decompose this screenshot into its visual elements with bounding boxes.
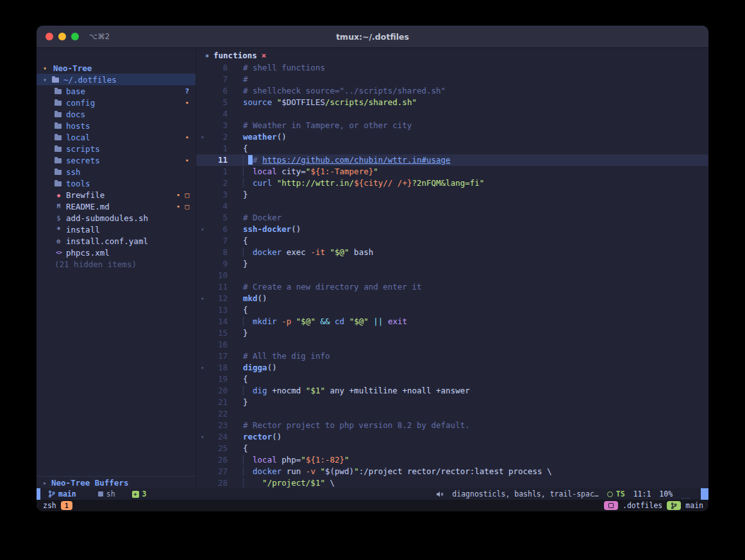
code-line[interactable]: 7{ <box>196 235 708 247</box>
tree-item-readme-md[interactable]: MREADME.md•□ <box>37 201 196 212</box>
line-text: ▏ dig +nocmd "$1" any +multiline +noall … <box>228 385 470 397</box>
filetype-indicator: sh <box>98 490 115 498</box>
tree-item-base[interactable]: base? <box>37 85 196 97</box>
tree-item-label: scripts <box>66 144 100 154</box>
star-icon: * <box>54 226 63 233</box>
code-line[interactable]: 16 <box>196 339 708 350</box>
code-line[interactable]: 1{ <box>196 143 708 154</box>
code-line[interactable]: ▾24rector() <box>196 431 708 443</box>
code-line[interactable]: 7# <box>196 74 708 85</box>
code-line[interactable]: 26▏ local php="${1:-82}" <box>196 454 708 466</box>
fold-icon[interactable]: ▾ <box>196 362 211 374</box>
tree-item-label: docs <box>66 110 85 119</box>
tree-item-dotfiles[interactable]: ▾~/.dotfiles <box>37 74 196 85</box>
file-tree: ▾ Neo-Tree ▾~/.dotfilesbase?config•docsh… <box>37 62 196 476</box>
code-line[interactable]: 3# Weather in Tampere, or other city <box>196 120 708 131</box>
code-line[interactable]: 13{ <box>196 304 708 316</box>
line-number: 3 <box>211 189 228 201</box>
code-line[interactable]: 5# Docker <box>196 212 708 224</box>
tree-item-secrets[interactable]: secrets• <box>37 154 196 166</box>
line-number: 13 <box>211 304 228 316</box>
tree-item-brewfile[interactable]: ◆Brewfile•□ <box>37 189 196 201</box>
line-number: 16 <box>211 339 228 350</box>
close-tab-icon[interactable]: × <box>262 51 267 60</box>
line-text: ▏ docker exec -it "$@" bash <box>228 247 373 258</box>
code-line[interactable]: ▾18digga() <box>196 362 708 374</box>
fold-icon[interactable]: ▾ <box>196 224 211 235</box>
tree-item-scripts[interactable]: scripts <box>37 143 196 154</box>
folder-icon <box>54 89 62 94</box>
close-window-button[interactable] <box>46 33 53 40</box>
code-line[interactable]: 15} <box>196 327 708 339</box>
code-line[interactable]: 8▏ docker exec -it "$@" bash <box>196 247 708 258</box>
treesitter-icon <box>607 491 613 497</box>
main-area: ▾ Neo-Tree ▾~/.dotfilesbase?config•docsh… <box>37 48 708 488</box>
code-line[interactable]: 19{ <box>196 374 708 385</box>
buffers-title: Neo-Tree Buffers <box>51 478 128 488</box>
git-status-badge: □ <box>185 202 189 211</box>
code-line[interactable]: 6# shellcheck source="../scripts/shared.… <box>196 85 708 97</box>
tmux-window-item[interactable]: zsh 1 <box>43 501 72 510</box>
tree-item-install[interactable]: *install <box>37 224 196 235</box>
tree-item-hosts[interactable]: hosts <box>37 120 196 131</box>
tree-item-tools[interactable]: tools <box>37 177 196 189</box>
treesitter-indicator: TS <box>607 490 625 498</box>
line-number: 1 <box>211 143 228 154</box>
line-text: ▏ curl "http://wttr.in/${city// /+}?2nFQ… <box>228 177 484 189</box>
tree-item-21-hidden-items[interactable]: (21 hidden items) <box>37 258 196 270</box>
line-number: 9 <box>211 258 228 270</box>
tree-item-add-submodules-sh[interactable]: $add-submodules.sh <box>37 212 196 224</box>
code-line[interactable]: 28▏ "/project/$1" \ <box>196 477 708 488</box>
line-text: # shell functions <box>228 62 325 74</box>
fold-icon[interactable]: ▾ <box>196 431 211 443</box>
line-number: 23 <box>211 420 228 431</box>
code-line[interactable]: 25{ <box>196 443 708 454</box>
neotree-buffers-section[interactable]: ▸ Neo-Tree Buffers <box>37 476 196 488</box>
code-line[interactable]: ▾12mkd() <box>196 293 708 304</box>
code-line[interactable]: 2▏ curl "http://wttr.in/${city// /+}?2nF… <box>196 177 708 189</box>
zoom-window-button[interactable] <box>71 33 79 40</box>
code-line[interactable]: 21} <box>196 397 708 408</box>
terminal-window: ⌥⌘2 tmux:~/.dotfiles ▾ Neo-Tree ▾~/.dotf… <box>37 26 708 511</box>
added-count: 3 <box>142 490 147 498</box>
code-line[interactable]: 3} <box>196 189 708 201</box>
code-line[interactable]: 9} <box>196 258 708 270</box>
line-text: # Create a new directory and enter it <box>228 281 421 293</box>
code-line[interactable]: 11▏ # https://github.com/chubin/wttr.in#… <box>196 154 708 166</box>
code-line[interactable]: 11# Create a new directory and enter it <box>196 281 708 293</box>
code-line[interactable]: 14▏ mkdir -p "$@" && cd "$@" || exit <box>196 316 708 327</box>
line-text: # <box>228 74 248 85</box>
git-status-badges: • <box>185 156 189 165</box>
tree-item-install-conf-yaml[interactable]: ⚙install.conf.yaml <box>37 235 196 247</box>
line-number: 2 <box>211 177 228 189</box>
code-line[interactable]: 4 <box>196 108 708 120</box>
chevron-right-icon[interactable]: ▸ <box>43 479 47 486</box>
code-area[interactable]: 8# shell functions7#6# shellcheck source… <box>196 62 708 488</box>
git-status-badge: □ <box>185 191 189 199</box>
line-number: 17 <box>211 350 228 362</box>
code-line[interactable]: 23# Rector project to php version 8.2 by… <box>196 420 708 431</box>
tmux-window-name: zsh <box>43 501 56 510</box>
code-line[interactable]: 1▏ local city="${1:-Tampere}" <box>196 166 708 177</box>
fold-icon[interactable]: ▾ <box>196 131 211 143</box>
code-line[interactable]: 8# shell functions <box>196 62 708 74</box>
tab-functions[interactable]: functions <box>213 51 257 60</box>
chevron-down-icon[interactable]: ▾ <box>43 65 53 72</box>
tree-item-docs[interactable]: docs <box>37 108 196 120</box>
code-line[interactable]: ▾2weather() <box>196 131 708 143</box>
tree-item-ssh[interactable]: ssh <box>37 166 196 177</box>
tree-item-local[interactable]: local• <box>37 131 196 143</box>
code-line[interactable]: 10 <box>196 270 708 281</box>
code-line[interactable]: 17# All the dig info <box>196 350 708 362</box>
code-line[interactable]: 4 <box>196 201 708 212</box>
code-line[interactable]: 27▏ docker run -v "$(pwd)":/project rect… <box>196 466 708 477</box>
code-line[interactable]: 20▏ dig +nocmd "$1" any +multiline +noal… <box>196 385 708 397</box>
fold-icon[interactable]: ▾ <box>196 293 211 304</box>
tree-item-phpcs-xml[interactable]: <>phpcs.xml <box>37 247 196 258</box>
code-line[interactable]: 5source "$DOTFILES/scripts/shared.sh" <box>196 97 708 108</box>
chevron-down-icon[interactable]: ▾ <box>43 76 52 83</box>
minimize-window-button[interactable] <box>58 33 66 40</box>
code-line[interactable]: 22 <box>196 408 708 420</box>
code-line[interactable]: ▾6ssh-docker() <box>196 224 708 235</box>
tree-item-config[interactable]: config• <box>37 97 196 108</box>
